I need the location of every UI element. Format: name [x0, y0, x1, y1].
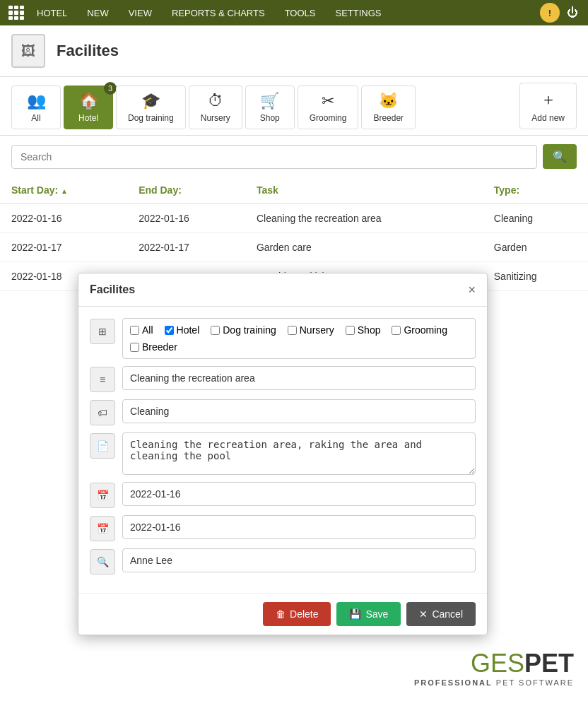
tab-nursery[interactable]: ⏱ Nursery [189, 86, 242, 129]
nav-settings[interactable]: SETTINGS [327, 0, 389, 25]
page-title: Facilites [57, 42, 119, 60]
hotel-badge: 3 [104, 82, 117, 95]
branding-sub: PROFESSIONAL PET SOFTWARE [414, 678, 574, 687]
checkbox-container: AllHotelDog trainingNurseryShopGroomingB… [122, 318, 476, 359]
branding: GESPET PROFESSIONAL PET SOFTWARE [414, 649, 574, 687]
cell-end-day: 2022-01-16 [127, 204, 245, 233]
cancel-button[interactable]: ✕ Cancel [406, 602, 476, 626]
tab-grooming[interactable]: ✂ Grooming [298, 86, 359, 129]
cell-end-day: 2022-01-17 [127, 233, 245, 262]
checkbox-cb-all[interactable] [130, 326, 139, 335]
branding-logo: GESPET [414, 649, 574, 678]
start-date-icon: 📅 [90, 483, 115, 508]
tab-dog-training-label: Dog training [128, 113, 174, 123]
facility-tabs: 👥 All 3 🏠 Hotel 🎓 Dog training ⏱ Nursery… [0, 77, 588, 136]
save-label: Save [365, 608, 388, 620]
nursery-icon: ⏱ [208, 92, 223, 110]
modal-body: ⊞ AllHotelDog trainingNurseryShopGroomin… [78, 307, 487, 593]
checkbox-item-cb-shop[interactable]: Shop [346, 324, 381, 336]
task-icon: ≡ [90, 367, 115, 392]
save-button[interactable]: 💾 Save [336, 602, 401, 626]
tab-hotel[interactable]: 3 🏠 Hotel [64, 86, 113, 129]
nav-reports[interactable]: REPORTS & CHARTS [163, 0, 274, 25]
task-name-input[interactable] [122, 366, 476, 390]
table-row[interactable]: 2022-01-17 2022-01-17 Garden care Garden [0, 233, 588, 262]
modal-type-row: 🏷 [90, 399, 476, 425]
modal-title: Facilites [90, 283, 135, 296]
col-end-day[interactable]: End Day: [127, 177, 245, 204]
col-start-day[interactable]: Start Day: ▲ [0, 177, 127, 204]
checkbox-item-cb-dog-training[interactable]: Dog training [211, 324, 276, 336]
modal-checkboxes-row: ⊞ AllHotelDog trainingNurseryShopGroomin… [90, 318, 476, 359]
tab-hotel-label: Hotel [78, 113, 98, 123]
warning-icon[interactable]: ! [540, 3, 560, 23]
start-date-input[interactable] [122, 482, 476, 506]
hotel-icon: 🏠 [79, 92, 98, 110]
end-date-input[interactable] [122, 515, 476, 539]
checkbox-item-cb-nursery[interactable]: Nursery [288, 324, 334, 336]
cell-type: Sanitizing [483, 262, 588, 291]
cell-task: Cleaning the recreation area [245, 204, 483, 233]
description-textarea[interactable] [122, 432, 476, 475]
tab-all[interactable]: 👥 All [11, 86, 61, 129]
table-row[interactable]: 2022-01-16 2022-01-16 Cleaning the recre… [0, 204, 588, 233]
modal-close-button[interactable]: × [468, 283, 476, 296]
all-icon: 👥 [27, 92, 46, 110]
nav-new[interactable]: NEW [78, 0, 117, 25]
checkbox-cb-shop[interactable] [346, 326, 355, 335]
checkbox-item-cb-grooming[interactable]: Grooming [392, 324, 447, 336]
assignee-icon: 🔍 [90, 549, 115, 575]
branding-ges: GES [471, 649, 524, 678]
facilities-logo: 🖼 [11, 34, 45, 68]
cell-type: Cleaning [483, 204, 588, 233]
checkbox-cb-breeder[interactable] [130, 343, 139, 352]
nav-hotel[interactable]: HOTEL [28, 0, 76, 25]
tab-breeder[interactable]: 🐱 Breeder [361, 86, 416, 129]
checkbox-cb-dog-training[interactable] [211, 326, 220, 335]
facilities-header: 🖼 Facilites [0, 25, 588, 77]
delete-label: Delete [290, 608, 318, 620]
tab-shop[interactable]: 🛒 Shop [245, 86, 295, 129]
description-icon: 📄 [90, 433, 115, 459]
assignee-input[interactable] [122, 548, 476, 572]
col-type[interactable]: Type: [483, 177, 588, 204]
tab-breeder-label: Breeder [373, 113, 404, 123]
dog-training-icon: 🎓 [141, 92, 160, 110]
content-area: 🖼 Facilites 👥 All 3 🏠 Hotel 🎓 Dog traini… [0, 25, 588, 701]
checkbox-item-cb-breeder[interactable]: Breeder [130, 341, 177, 353]
cell-start-day: 2022-01-17 [0, 233, 127, 262]
cell-type: Garden [483, 233, 588, 262]
modal-end-date-row: 📅 [90, 515, 476, 541]
checkbox-cb-hotel[interactable] [165, 326, 174, 335]
end-date-icon: 📅 [90, 516, 115, 541]
checkbox-cb-nursery[interactable] [288, 326, 297, 335]
tab-grooming-label: Grooming [310, 113, 347, 123]
search-bar: 🔍 [0, 136, 588, 177]
tab-shop-label: Shop [260, 113, 280, 123]
checkbox-cb-grooming[interactable] [392, 326, 401, 335]
nav-view[interactable]: VIEW [120, 0, 160, 25]
type-input[interactable] [122, 399, 476, 423]
modal-start-date-row: 📅 [90, 482, 476, 508]
search-input[interactable] [11, 145, 537, 169]
add-new-tab[interactable]: ＋ Add new [519, 83, 577, 129]
add-new-label: Add new [531, 113, 565, 123]
tab-all-label: All [31, 113, 40, 123]
cell-start-day: 2022-01-16 [0, 204, 127, 233]
grid-menu-icon[interactable] [6, 3, 25, 23]
tab-dog-training[interactable]: 🎓 Dog training [116, 86, 186, 129]
power-icon[interactable]: ⏻ [563, 3, 582, 23]
search-button[interactable]: 🔍 [543, 144, 577, 169]
checkbox-item-cb-all[interactable]: All [130, 324, 153, 336]
col-task[interactable]: Task [245, 177, 483, 204]
type-icon: 🏷 [90, 400, 115, 425]
checkbox-item-cb-hotel[interactable]: Hotel [165, 324, 200, 336]
delete-button[interactable]: 🗑 Delete [263, 602, 331, 626]
cancel-icon: ✕ [419, 608, 428, 620]
grooming-icon: ✂ [322, 92, 334, 110]
delete-icon: 🗑 [276, 608, 286, 620]
nav-tools[interactable]: TOOLS [276, 0, 324, 25]
modal-description-row: 📄 [90, 432, 476, 475]
breeder-icon: 🐱 [379, 92, 398, 110]
cell-task: Garden care [245, 233, 483, 262]
